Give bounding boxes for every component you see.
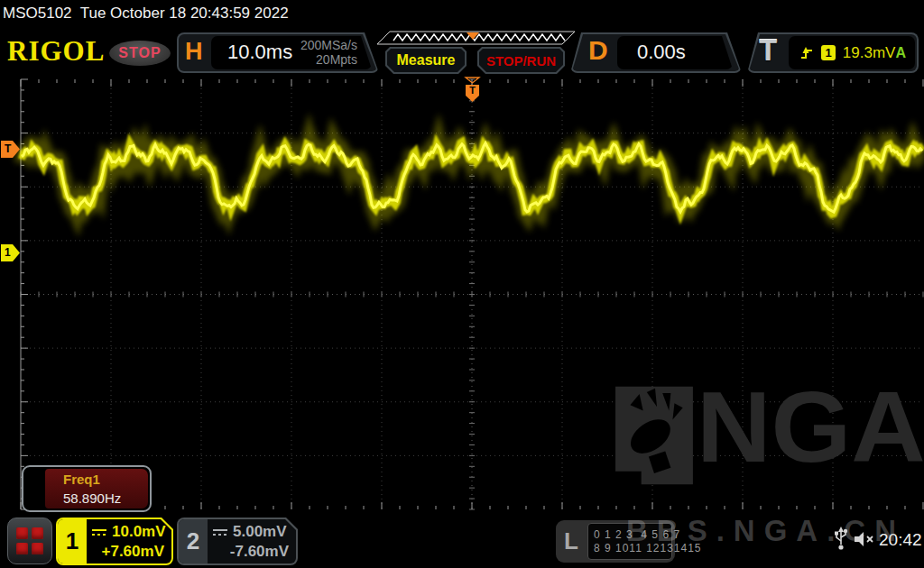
logic-row-2: 8 9 1011 12131415 — [594, 542, 671, 555]
usb-icon — [834, 526, 849, 551]
clock: 20:42 — [879, 530, 922, 550]
measurement-value: 58.890Hz — [63, 490, 121, 506]
channel2-offset: -7.60mV — [230, 543, 289, 561]
speaker-mute-icon[interactable] — [854, 531, 877, 547]
logic-channels-tile[interactable]: L 0 1 2 3 4 5 6 7 8 9 1011 12131415 — [556, 520, 675, 563]
channel2-number: 2 — [179, 519, 208, 563]
menu-button[interactable] — [7, 518, 52, 564]
channel2-scale: 5.00mV — [233, 523, 287, 541]
menu-grid-icon — [16, 527, 43, 554]
oscilloscope-screen: MSO5102 Tue October 18 20:43:59 2022 RIG… — [0, 0, 924, 568]
trigger-position-letter: T — [469, 85, 476, 96]
logic-channel-list: 0 1 2 3 4 5 6 7 8 9 1011 12131415 — [587, 523, 672, 560]
channel1-tile[interactable]: 1 10.0mV +7.60mV — [56, 518, 173, 565]
logic-row-1: 0 1 2 3 4 5 6 7 — [594, 528, 671, 542]
channel1-scale: 10.0mV — [112, 523, 166, 541]
measurement-panel[interactable]: Freq1 58.890Hz — [22, 465, 152, 512]
trigger-position-marker[interactable]: T — [464, 77, 481, 103]
logic-label: L — [564, 527, 578, 555]
dc-coupling-icon — [213, 529, 227, 536]
channel2-tile[interactable]: 2 5.00mV -7.60mV — [177, 518, 298, 565]
measurement-name: Freq1 — [63, 472, 100, 487]
channel1-number: 1 — [58, 519, 87, 563]
dc-coupling-icon — [92, 529, 106, 536]
channel1-offset: +7.60mV — [102, 543, 164, 561]
